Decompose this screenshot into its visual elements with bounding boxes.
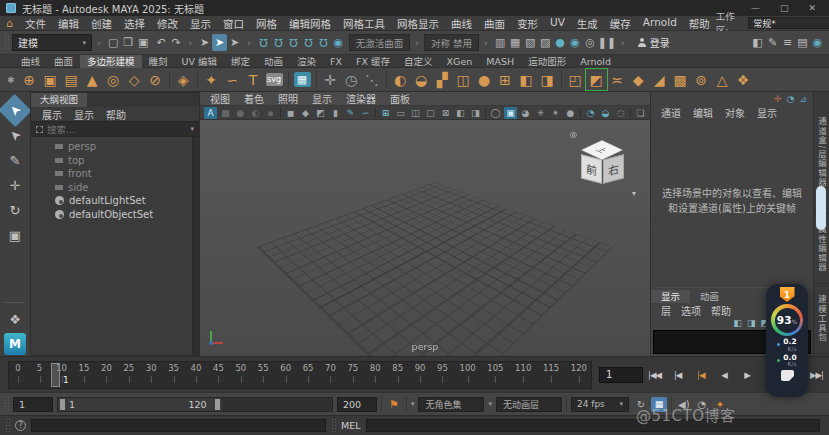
shelf-disc-icon[interactable]: ⊘	[145, 69, 166, 90]
outliner-menu-0[interactable]: 展示	[37, 107, 67, 122]
section-expander[interactable]: ›	[95, 38, 103, 48]
layout-single-icon[interactable]: ▭	[394, 107, 407, 119]
outliner-menu-1[interactable]: 显示	[69, 107, 99, 122]
save-scene-icon[interactable]: ▣	[136, 34, 151, 51]
shelf-smooth-icon[interactable]: ●	[474, 69, 495, 90]
shelf-quaddraw-icon[interactable]: ▩	[670, 69, 691, 90]
animation-start-field[interactable]	[13, 397, 53, 412]
outliner-item-4[interactable]: defaultLightSet	[31, 194, 199, 208]
shelf-tab-5[interactable]: 绑定	[224, 55, 257, 68]
outliner-item-3[interactable]: side	[31, 181, 199, 195]
shelf-type-icon[interactable]: T	[243, 69, 264, 90]
xray-icon[interactable]: ◔	[584, 107, 597, 119]
play-backwards-button[interactable]: ◀	[714, 367, 733, 383]
grip-handle[interactable]	[5, 418, 10, 434]
shelf-extract-icon[interactable]: ◫	[453, 69, 474, 90]
layer-move-up-icon[interactable]: ◧	[733, 318, 742, 328]
shelf-platonic-icon[interactable]: ◈	[173, 69, 194, 90]
login-button[interactable]: 登录	[630, 34, 678, 51]
grease-draw-icon[interactable]: ∽	[359, 107, 372, 119]
shield-badge-icon[interactable]: 1	[780, 287, 795, 302]
snap-viewplane-icon[interactable]: Ω	[316, 34, 331, 51]
panel-menu-1[interactable]: 着色	[238, 91, 270, 106]
shelf-table-icon[interactable]: ▦	[294, 72, 311, 87]
menu-16[interactable]: 缓存	[604, 16, 637, 31]
section-expander[interactable]: ›	[413, 38, 421, 48]
layout-left-icon[interactable]: ◧	[454, 107, 467, 119]
ipr-render-icon[interactable]: ▧	[523, 34, 538, 51]
shelf-tab-13[interactable]: 运动图形	[521, 55, 573, 68]
shelf-tab-2[interactable]: 多边形建模	[80, 55, 142, 68]
shelf-curve-icon[interactable]: ∽	[222, 69, 243, 90]
viewcube-menu-chevron[interactable]: ▾	[632, 189, 636, 198]
shelf-bridge-icon[interactable]: ◢	[649, 69, 670, 90]
side-tab-2[interactable]: 建模工具包	[814, 284, 829, 354]
plugin-shelf-icon[interactable]: ❏	[634, 107, 647, 119]
shelf-tab-8[interactable]: FX	[323, 55, 349, 68]
workspace-dropdown[interactable]: 常规* ▾	[748, 17, 829, 29]
open-scene-icon[interactable]: ❒	[121, 34, 136, 51]
layer-move-down-icon[interactable]: ◨	[747, 318, 756, 328]
bookmark-icon[interactable]: ⚑	[386, 398, 402, 411]
outliner-item-2[interactable]: front	[31, 167, 199, 181]
go-to-start-button[interactable]: |◀◀	[645, 367, 664, 383]
channelbox-menu-3[interactable]: 显示	[752, 105, 782, 120]
maya-logo-icon[interactable]: M	[4, 333, 26, 355]
menu-17[interactable]: Arnold	[637, 16, 683, 31]
current-frame-field[interactable]	[599, 367, 643, 383]
menu-12[interactable]: 曲面	[478, 16, 511, 31]
symmetry-field[interactable]: 对称 禁用	[424, 34, 479, 51]
shelf-cone-icon[interactable]: ▲	[82, 69, 103, 90]
shelf-subdivide-icon[interactable]: ⊞	[495, 69, 516, 90]
shelf-tab-4[interactable]: UV 编辑	[175, 55, 224, 68]
graph-icon[interactable]: ⊿	[799, 94, 807, 104]
menu-7[interactable]: 网格	[250, 16, 283, 31]
snap-grid-icon[interactable]: Ω	[256, 34, 271, 51]
lookdev-icon[interactable]: ◎	[583, 34, 598, 51]
search-input[interactable]	[47, 124, 186, 135]
shelf-cylinder-icon[interactable]: ▤	[61, 69, 82, 90]
scrollbar-thumb[interactable]	[816, 186, 826, 230]
active-surface-field[interactable]: 无激活曲面	[349, 34, 411, 51]
menu-1[interactable]: 编辑	[52, 16, 85, 31]
outliner-scrollbar[interactable]	[192, 137, 199, 355]
shelf-svg-icon[interactable]: svg	[266, 73, 283, 86]
grid-toggle-icon[interactable]: ⊞	[379, 107, 392, 119]
shelf-spinedge-icon[interactable]: ❖	[733, 69, 754, 90]
shelf-tab-10[interactable]: 自定义	[397, 55, 440, 68]
camera-lock-icon[interactable]: ◩	[314, 107, 327, 119]
new-scene-icon[interactable]: ▢	[106, 34, 121, 51]
shelf-gear-icon[interactable]: ✱	[3, 75, 19, 85]
menu-4[interactable]: 修改	[151, 16, 184, 31]
outliner-item-5[interactable]: defaultObjectSet	[31, 208, 199, 222]
menu-5[interactable]: 显示	[184, 16, 217, 31]
outliner-tab[interactable]: 大纲视图	[31, 93, 87, 107]
scale-tool[interactable]: ▣	[3, 224, 27, 247]
shelf-torus-icon[interactable]: ◎	[103, 69, 124, 90]
select-hierarchy-icon[interactable]: ➤	[197, 34, 212, 51]
grip-handle[interactable]	[4, 396, 9, 412]
menu-8[interactable]: 编辑网格	[283, 16, 337, 31]
shelf-tab-11[interactable]: XGen	[440, 55, 480, 68]
viewcube-right-face[interactable]: 右	[603, 154, 624, 184]
display-layers-icon[interactable]: ≡	[780, 34, 795, 51]
go-to-end-button[interactable]: ▶▶|	[807, 367, 826, 383]
shelf-tab-6[interactable]: 动画	[257, 55, 290, 68]
shelf-tab-7[interactable]: 渲染	[290, 55, 323, 68]
channelbox-menu-2[interactable]: 对象	[720, 105, 750, 120]
menu-11[interactable]: 曲线	[445, 16, 478, 31]
shelf-tab-0[interactable]: 曲线	[14, 55, 47, 68]
menu-6[interactable]: 窗口	[217, 16, 250, 31]
menu-0[interactable]: 文件	[19, 16, 52, 31]
shelf-measure-icon[interactable]: ⋱	[362, 69, 383, 90]
home-icon[interactable]: ⌂	[0, 17, 19, 30]
shadows-icon[interactable]: ✴	[549, 107, 562, 119]
shelf-plane-icon[interactable]: ◇	[124, 69, 145, 90]
menu-set-dropdown[interactable]: 建模 ▾	[12, 34, 92, 51]
section-expander[interactable]: ›	[245, 38, 253, 48]
layout-hud-icon[interactable]: ▢	[424, 107, 437, 119]
panel-menu-3[interactable]: 显示	[306, 91, 338, 106]
camera-bookmark-icon[interactable]: ◆	[299, 107, 312, 119]
shelf-circularize-icon[interactable]: ⊚	[691, 69, 712, 90]
character-controls-icon[interactable]: ✎	[765, 34, 780, 51]
